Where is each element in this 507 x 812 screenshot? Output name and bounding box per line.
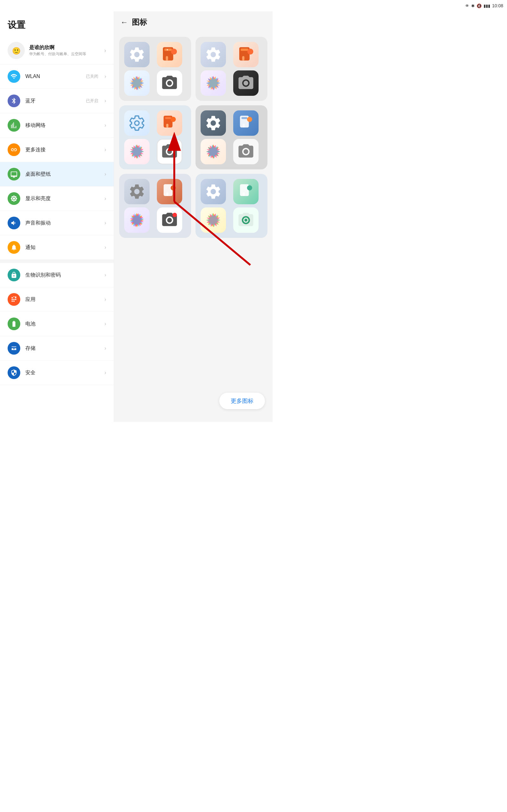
theme6-gallery-icon bbox=[201, 207, 226, 233]
theme-card-4[interactable] bbox=[195, 105, 268, 169]
sidebar-item-desktop[interactable]: 桌面和壁纸 › bbox=[0, 162, 114, 187]
profile-desc: 华为帐号、付款与账单、云空间等 bbox=[29, 51, 100, 57]
status-bar: 👁 ✱ 🔇 ▮▮▮ 10:08 bbox=[0, 0, 273, 11]
display-label: 显示和亮度 bbox=[25, 195, 98, 202]
svg-text:🙂: 🙂 bbox=[12, 47, 21, 55]
svg-point-14 bbox=[170, 117, 176, 122]
svg-rect-24 bbox=[242, 192, 245, 196]
storage-label: 存储 bbox=[25, 345, 98, 352]
storage-chevron-icon: › bbox=[105, 345, 106, 351]
theme2-paint-icon bbox=[233, 42, 259, 67]
biometric-chevron-icon: › bbox=[105, 272, 106, 278]
apps-chevron-icon: › bbox=[105, 297, 106, 302]
svg-rect-13 bbox=[166, 124, 168, 128]
security-chevron-icon: › bbox=[105, 370, 106, 375]
sidebar-item-bluetooth[interactable]: 蓝牙 已开启 › bbox=[0, 89, 114, 113]
sound-icon bbox=[8, 217, 20, 229]
security-icon bbox=[8, 366, 20, 379]
theme3-camera-icon bbox=[157, 139, 182, 164]
theme2-gallery-icon bbox=[201, 70, 226, 96]
theme1-paint-icon bbox=[157, 42, 182, 67]
sidebar-item-wlan[interactable]: WLAN 已关闭 › bbox=[0, 64, 114, 89]
apps-icon bbox=[8, 293, 20, 306]
right-panel: ← 图标 bbox=[114, 0, 273, 422]
svg-point-10 bbox=[247, 49, 253, 55]
more-connect-chevron-icon: › bbox=[105, 147, 106, 153]
theme2-camera-icon bbox=[233, 70, 259, 96]
profile-info: 是谁的欣啊 华为帐号、付款与账单、云空间等 bbox=[29, 44, 100, 57]
sidebar-item-apps[interactable]: 应用 › bbox=[0, 287, 114, 312]
theme-card-2[interactable] bbox=[195, 37, 268, 101]
notification-icon bbox=[8, 241, 20, 254]
settings-list: WLAN 已关闭 › 蓝牙 已开启 › 移动网络 › 更 bbox=[0, 64, 114, 385]
theme-card-3[interactable] bbox=[119, 105, 191, 169]
themes-grid bbox=[114, 33, 273, 242]
svg-rect-16 bbox=[241, 117, 247, 119]
theme5-camera-icon bbox=[157, 207, 182, 233]
bluetooth-icon bbox=[8, 95, 20, 107]
profile-row[interactable]: 🙂 是谁的欣啊 华为帐号、付款与账单、云空间等 › bbox=[0, 37, 114, 64]
wlan-label: WLAN bbox=[25, 73, 81, 79]
desktop-chevron-icon: › bbox=[105, 171, 106, 177]
svg-point-25 bbox=[247, 185, 252, 190]
theme3-gallery-icon bbox=[124, 139, 150, 164]
theme1-camera-icon bbox=[157, 70, 182, 96]
theme1-gallery-icon bbox=[124, 70, 150, 96]
theme5-paint-icon bbox=[157, 179, 182, 204]
right-header: ← 图标 bbox=[114, 11, 273, 33]
theme-card-1[interactable] bbox=[119, 37, 191, 101]
theme-card-6[interactable] bbox=[195, 174, 268, 238]
svg-point-27 bbox=[244, 218, 247, 221]
sound-label: 声音和振动 bbox=[25, 220, 98, 226]
notification-label: 通知 bbox=[25, 244, 98, 251]
more-icons-button[interactable]: 更多图标 bbox=[219, 393, 265, 409]
sidebar-item-battery[interactable]: 电池 › bbox=[0, 312, 114, 336]
svg-rect-12 bbox=[165, 117, 171, 119]
mobile-chevron-icon: › bbox=[105, 122, 106, 128]
display-chevron-icon: › bbox=[105, 196, 106, 201]
more-button-container: 更多图标 bbox=[219, 393, 265, 409]
svg-point-22 bbox=[172, 213, 177, 217]
mobile-label: 移动网络 bbox=[25, 122, 93, 129]
theme6-camera-icon bbox=[233, 207, 259, 233]
wlan-chevron-icon: › bbox=[105, 73, 106, 79]
sidebar-item-storage[interactable]: 存储 › bbox=[0, 336, 114, 361]
svg-rect-17 bbox=[242, 124, 245, 128]
sidebar-item-sound[interactable]: 声音和振动 › bbox=[0, 211, 114, 235]
svg-rect-20 bbox=[166, 192, 168, 196]
display-icon bbox=[8, 192, 20, 205]
sidebar-item-biometric[interactable]: 生物识别和密码 › bbox=[0, 263, 114, 287]
bluetooth-label: 蓝牙 bbox=[25, 98, 81, 104]
security-label: 安全 bbox=[25, 369, 98, 376]
sidebar-item-display[interactable]: 显示和亮度 › bbox=[0, 187, 114, 211]
svg-point-6 bbox=[166, 49, 168, 51]
back-button[interactable]: ← bbox=[120, 18, 128, 27]
sidebar-item-more-connect[interactable]: 更多连接 › bbox=[0, 138, 114, 162]
battery-circle-icon bbox=[8, 317, 20, 330]
sidebar-item-mobile[interactable]: 移动网络 › bbox=[0, 113, 114, 138]
sidebar-item-security[interactable]: 安全 › bbox=[0, 361, 114, 385]
profile-name: 是谁的欣啊 bbox=[29, 44, 100, 51]
biometric-icon bbox=[8, 269, 20, 281]
theme6-settings-icon bbox=[201, 179, 226, 204]
notification-chevron-icon: › bbox=[105, 245, 106, 250]
theme3-paint-icon bbox=[157, 110, 182, 136]
battery-chevron-icon: › bbox=[105, 321, 106, 327]
bluetooth-value: 已开启 bbox=[86, 98, 98, 104]
storage-icon bbox=[8, 342, 20, 355]
theme5-gallery-icon bbox=[124, 207, 150, 233]
biometric-label: 生物识别和密码 bbox=[25, 272, 98, 278]
sidebar-item-notification[interactable]: 通知 › bbox=[0, 235, 114, 260]
sidebar: 设置 🙂 是谁的欣啊 华为帐号、付款与账单、云空间等 › WLAN 已关闭 › bbox=[0, 0, 114, 422]
svg-point-5 bbox=[171, 49, 177, 55]
sidebar-title: 设置 bbox=[0, 11, 114, 37]
theme4-gallery-icon bbox=[201, 139, 226, 164]
theme-card-5[interactable] bbox=[119, 174, 191, 238]
theme4-settings-icon bbox=[201, 110, 226, 136]
theme2-settings-icon bbox=[201, 42, 226, 67]
more-connect-icon bbox=[8, 143, 20, 156]
wlan-value: 已关闭 bbox=[86, 73, 98, 79]
wlan-icon bbox=[8, 70, 20, 83]
svg-rect-8 bbox=[240, 49, 248, 51]
theme3-settings-icon bbox=[124, 110, 150, 136]
